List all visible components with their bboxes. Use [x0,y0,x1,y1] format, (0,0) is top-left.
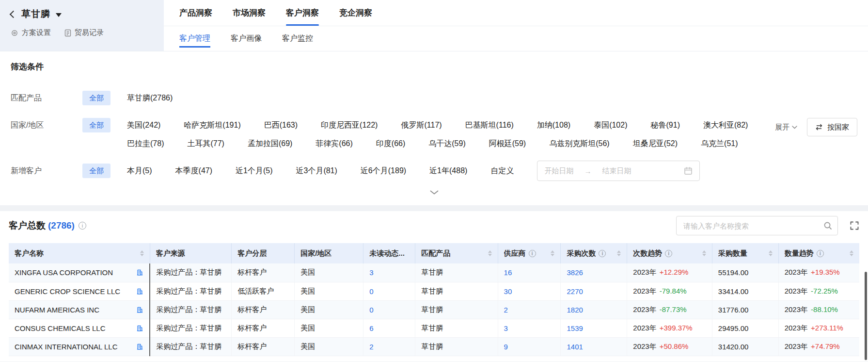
company-profile-icon[interactable] [136,288,143,295]
unread-activity-link[interactable]: 2 [369,343,373,351]
sort-icon[interactable] [488,250,492,256]
country-filter-option[interactable]: 乌兹别克斯坦(56) [549,136,609,151]
column-header[interactable]: 国家/地区 i [295,243,363,263]
country-filter-option[interactable]: 土耳其(77) [187,136,224,151]
sort-icon[interactable] [702,250,706,256]
country-filter-option[interactable]: 泰国(102) [594,118,627,132]
new-customer-filter-option[interactable]: 近6个月(189) [361,164,406,178]
suppliers-link[interactable]: 16 [504,268,512,277]
country-filter-option[interactable]: 坦桑尼亚(52) [633,136,678,151]
country-filter-option[interactable]: 乌干达(59) [428,136,465,151]
new-customer-all-chip[interactable]: 全部 [82,164,110,178]
sub-tab[interactable]: 客户监控 [282,26,313,51]
country-filter-option[interactable]: 加纳(108) [537,118,570,132]
date-range-picker[interactable]: 开始日期 → 结束日期 [537,161,700,181]
sort-icon[interactable] [617,250,621,256]
new-customer-filter-option[interactable]: 近1个月(5) [236,164,272,178]
suppliers-link[interactable]: 30 [504,287,512,296]
unread-activity-link[interactable]: 0 [369,306,373,314]
new-customer-filter-option[interactable]: 近3个月(81) [296,164,337,178]
main-tab[interactable]: 客户洞察 [286,0,319,26]
column-header[interactable]: 匹配产品 i [415,243,498,263]
column-header[interactable]: 次数趋势 i [627,243,712,263]
fullscreen-button[interactable] [850,221,859,230]
country-filter-option[interactable]: 美国(242) [127,118,160,132]
column-header[interactable]: 未读动态... i [363,243,415,263]
quantity-trend-percent: +273.11% [811,324,843,332]
collapse-filters-button[interactable] [11,184,857,200]
country-filter-option[interactable]: 巴基斯坦(116) [465,118,514,132]
country-filter-option[interactable]: 印度尼西亚(122) [321,118,378,132]
country-filter-option[interactable]: 阿根廷(59) [489,136,526,151]
expand-link[interactable]: 展开 [775,120,797,134]
sort-icon[interactable] [850,250,853,256]
company-profile-icon[interactable] [136,269,143,276]
plan-settings-link[interactable]: 方案设置 [11,28,51,37]
suppliers-link[interactable]: 9 [504,343,508,351]
new-customer-filter-option[interactable]: 近1年(488) [429,164,467,178]
column-header[interactable]: 数量趋势 i [778,243,859,263]
main-tab[interactable]: 产品洞察 [179,0,212,26]
by-country-label: 按国家 [827,123,849,132]
product-caret-down-icon[interactable] [56,13,62,17]
product-filter-option[interactable]: 草甘膦(2786) [127,91,173,105]
info-icon: i [79,222,86,230]
search-icon[interactable] [823,221,832,230]
purchase-count-link[interactable]: 2270 [567,287,583,296]
column-header[interactable]: 采购数量 i [712,243,778,263]
sub-tab[interactable]: 客户画像 [231,26,262,51]
column-header[interactable]: 客户名称 i [9,243,150,263]
quantity-trend-percent: -88.10% [811,305,838,313]
trade-records-link[interactable]: 贸易记录 [64,28,104,37]
customer-source: 采购过产品：草甘膦 [156,268,221,276]
country-filter-option[interactable]: 俄罗斯(117) [401,118,442,132]
country-filter-option[interactable]: 菲律宾(66) [316,136,352,151]
customer-total-count: (2786) [48,220,75,231]
country-filter-option[interactable]: 印度(66) [376,136,405,151]
custom-date-option[interactable]: 自定义 [490,166,514,176]
country-all-chip[interactable]: 全部 [82,118,110,132]
column-header[interactable]: 客户来源 i [150,243,231,263]
column-header[interactable]: 供应商 i [498,243,561,263]
purchase-count-link[interactable]: 3826 [567,268,583,277]
purchase-count-link[interactable]: 1539 [567,324,583,332]
topbar: 草甘膦 方案设置 贸易记录 [0,0,868,51]
country-filter-option[interactable]: 哈萨克斯坦(191) [184,118,240,132]
suppliers-link[interactable]: 3 [504,324,508,332]
country-filter-option[interactable]: 巴拉圭(78) [127,136,164,151]
country-filter-option[interactable]: 乌克兰(51) [701,136,738,151]
country-filter-option[interactable]: 孟加拉国(69) [248,136,292,151]
product-all-chip[interactable]: 全部 [82,91,110,105]
suppliers-link[interactable]: 2 [504,306,508,314]
country-filter-option[interactable]: 秘鲁(91) [651,118,680,132]
unread-activity-link[interactable]: 6 [369,324,373,332]
unread-activity-link[interactable]: 3 [369,268,373,277]
sort-icon[interactable] [140,250,144,256]
info-icon: i [529,250,536,257]
main-tab[interactable]: 竞企洞察 [339,0,372,26]
customer-name: CINMAX INTERNATIONAL LLC [15,343,118,351]
country-filter-option[interactable]: 巴西(163) [264,118,298,132]
sort-icon[interactable] [551,250,554,256]
purchase-count-link[interactable]: 1401 [567,343,583,351]
column-header[interactable]: 采购次数 i [561,243,627,263]
column-header[interactable]: 客户分层 i [232,243,295,263]
back-icon[interactable] [10,10,17,18]
page-scrollbar[interactable] [865,272,867,360]
new-customer-filter-option[interactable]: 本季度(47) [175,164,212,178]
purchase-count-link[interactable]: 1820 [567,306,583,314]
sub-tab[interactable]: 客户管理 [179,26,210,51]
customer-name: GENERIC CROP SCIENCE LLC [15,287,120,296]
sort-icon[interactable] [769,250,773,256]
company-profile-icon[interactable] [136,325,143,332]
unread-activity-link[interactable]: 0 [369,287,373,296]
quantity-trend-year: 2023年 [785,287,808,295]
country-filter-option[interactable]: 澳大利亚(82) [703,118,748,132]
filter-panel-title: 筛选条件 [11,51,857,72]
search-input[interactable] [676,216,838,235]
company-profile-icon[interactable] [136,343,143,350]
new-customer-filter-option[interactable]: 本月(5) [127,164,152,178]
by-country-button[interactable]: 按国家 [807,118,857,136]
main-tab[interactable]: 市场洞察 [233,0,266,26]
company-profile-icon[interactable] [136,306,143,313]
